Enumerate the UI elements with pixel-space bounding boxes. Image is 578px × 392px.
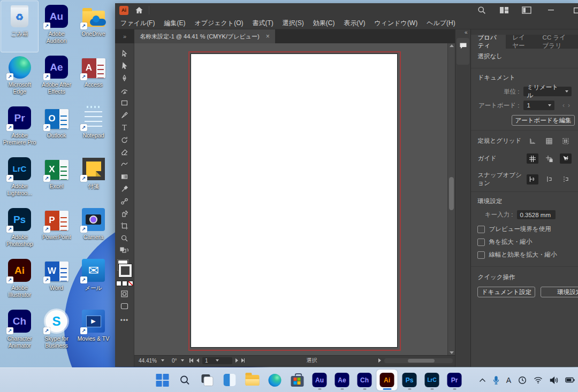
desktop-icon-mail[interactable]: メール — [75, 255, 112, 306]
unit-dropdown[interactable]: ミリメートル — [523, 87, 572, 96]
home-icon[interactable] — [135, 6, 143, 14]
file-explorer-button[interactable] — [242, 370, 263, 390]
edge-button[interactable] — [264, 370, 285, 390]
menu-view[interactable]: 表示(V) — [344, 19, 365, 28]
maximize-icon[interactable] — [568, 4, 578, 16]
none-swatch-icon[interactable] — [128, 281, 133, 286]
desktop-icon-adobe-photoshop[interactable]: Ps Adobe Photoshop — [1, 204, 38, 255]
artboard-tool[interactable] — [118, 221, 131, 230]
tab-cc-libraries[interactable]: CC ライブラリ — [536, 35, 578, 49]
menu-help[interactable]: ヘルプ(H) — [427, 19, 455, 28]
desktop-icon-microsoft-edge[interactable]: Microsoft Edge — [1, 52, 38, 103]
snap-to-pixel-icon[interactable] — [560, 174, 572, 185]
swap-fill-stroke-icon[interactable] — [118, 245, 131, 255]
eyedropper-tool[interactable] — [118, 184, 131, 194]
horizontal-scroll-thumb[interactable] — [408, 359, 435, 363]
vertical-scrollbar[interactable] — [447, 43, 455, 355]
menu-select[interactable]: 選択(S) — [283, 19, 304, 28]
desktop-icon-sticky-notes[interactable]: 付箋 — [75, 153, 112, 204]
snap-to-grid-icon[interactable] — [543, 174, 555, 185]
battery-icon[interactable] — [565, 377, 575, 383]
last-artboard-icon[interactable] — [241, 358, 245, 364]
menu-window[interactable]: ウィンドウ(W) — [374, 19, 417, 28]
desktop-icon-onedrive[interactable]: OneDrive — [75, 1, 112, 52]
clock-icon[interactable] — [518, 376, 527, 385]
taskbar-photoshop-button[interactable]: Ps — [399, 370, 420, 390]
smart-guides-icon[interactable] — [560, 153, 572, 164]
illustrator-app-icon[interactable]: Ai — [119, 6, 128, 15]
collapse-panels-icon[interactable]: « — [465, 29, 471, 36]
minimize-icon[interactable] — [543, 4, 559, 16]
scroll-down-icon[interactable] — [450, 351, 454, 354]
fill-stroke-swatches[interactable] — [118, 260, 132, 277]
arrange-documents-icon[interactable] — [498, 4, 511, 16]
dot-grid-icon[interactable] — [560, 136, 572, 146]
previous-artboard-chevron-icon[interactable]: ‹ — [561, 102, 566, 109]
next-artboard-chevron-icon[interactable]: › — [566, 102, 572, 109]
start-button[interactable] — [152, 370, 173, 390]
taskbar-search-button[interactable] — [174, 370, 195, 390]
workspace-switcher-icon[interactable] — [520, 4, 533, 16]
paintbrush-tool[interactable] — [118, 110, 131, 120]
tab-layers[interactable]: レイヤー — [506, 35, 536, 49]
artboard[interactable] — [191, 53, 398, 348]
menu-file[interactable]: ファイル(F) — [120, 19, 155, 28]
vertical-scroll-thumb[interactable] — [449, 177, 454, 210]
menu-edit[interactable]: 編集(E) — [164, 19, 185, 28]
preferences-button[interactable]: 環境設定 — [541, 287, 578, 297]
menu-object[interactable]: オブジェクト(O) — [194, 19, 243, 28]
document-setup-button[interactable]: ドキュメント設定 — [477, 287, 535, 297]
desktop-icon-recycle-bin[interactable]: ごみ箱 — [1, 1, 38, 52]
edit-artboards-button[interactable]: アートボードを編集 — [512, 115, 575, 126]
symbol-sprayer-tool[interactable] — [118, 209, 131, 218]
hidden-icons-chevron-icon[interactable] — [479, 378, 486, 382]
taskbar-illustrator-button[interactable]: Ai — [377, 370, 398, 390]
taskbar-after-effects-button[interactable]: Ae — [332, 370, 353, 390]
volume-icon[interactable] — [550, 376, 558, 384]
zoom-tool[interactable] — [118, 233, 131, 243]
direct-selection-tool[interactable] — [118, 61, 131, 71]
toolbar-expand-icon[interactable]: » — [115, 29, 134, 43]
desktop-icon-adobe-audition[interactable]: Au Adobe Audition — [38, 1, 75, 52]
taskbar-audition-button[interactable]: Au — [309, 370, 330, 390]
desktop-icon-skype-for-business[interactable]: S Skype for Business — [38, 306, 75, 357]
eraser-tool[interactable] — [118, 147, 131, 157]
screen-mode-icon[interactable] — [118, 301, 131, 311]
desktop-icon-adobe-illustrator[interactable]: Ai Adobe Illustrator — [1, 255, 38, 306]
ruler-icon[interactable] — [527, 136, 538, 146]
menu-effect[interactable]: 効果(C) — [313, 19, 335, 28]
desktop-icon-word[interactable]: W Word — [38, 255, 75, 306]
desktop-icon-adobe-lightroom-classic[interactable]: LrC Adobe Lightroo... — [1, 153, 38, 204]
canvas-pasteboard[interactable] — [134, 43, 455, 355]
use-preview-bounds-checkbox[interactable] — [477, 226, 485, 233]
desktop-icon-notepad[interactable]: Notepad — [75, 103, 112, 153]
scroll-up-icon[interactable] — [450, 44, 454, 47]
widgets-button[interactable] — [219, 370, 240, 390]
artboard-dropdown[interactable]: 1 — [523, 101, 554, 110]
gradient-swatch-icon[interactable] — [122, 281, 127, 286]
zoom-level-dropdown[interactable]: 44.41% — [136, 357, 166, 364]
search-icon[interactable] — [475, 4, 488, 16]
color-gradient-none-trio[interactable] — [116, 281, 133, 286]
draw-mode-icon[interactable] — [118, 289, 131, 298]
previous-artboard-icon[interactable] — [196, 358, 199, 363]
task-view-button[interactable] — [197, 370, 218, 390]
desktop-icon-adobe-premiere-pro[interactable]: Pr Adobe Premiere Pro — [1, 103, 38, 153]
show-guides-icon[interactable] — [527, 153, 538, 164]
selection-tool[interactable] — [118, 49, 131, 58]
desktop-icon-powerpoint[interactable]: P PowerPoint — [38, 204, 75, 255]
taskbar-character-animator-button[interactable]: Ch — [354, 370, 375, 390]
rotate-tool[interactable] — [118, 135, 131, 144]
horizontal-scrollbar[interactable] — [384, 358, 453, 363]
keyboard-increment-input[interactable]: 0.3528 mm — [517, 210, 556, 219]
desktop-icon-camera[interactable]: Camera — [75, 204, 112, 255]
edit-toolbar-ellipsis-icon[interactable]: ••• — [120, 317, 129, 324]
status-flyout-icon[interactable] — [378, 358, 381, 363]
ime-mode-indicator[interactable]: A — [506, 376, 511, 385]
artboard-number-dropdown[interactable]: 1 — [202, 357, 232, 364]
close-tab-icon[interactable]: × — [266, 33, 270, 40]
blend-tool[interactable] — [118, 196, 131, 206]
desktop-icon-adobe-after-effects[interactable]: Ae Adobe After Effects — [38, 52, 75, 103]
gradient-tool[interactable] — [118, 172, 131, 181]
type-tool[interactable] — [118, 122, 131, 132]
